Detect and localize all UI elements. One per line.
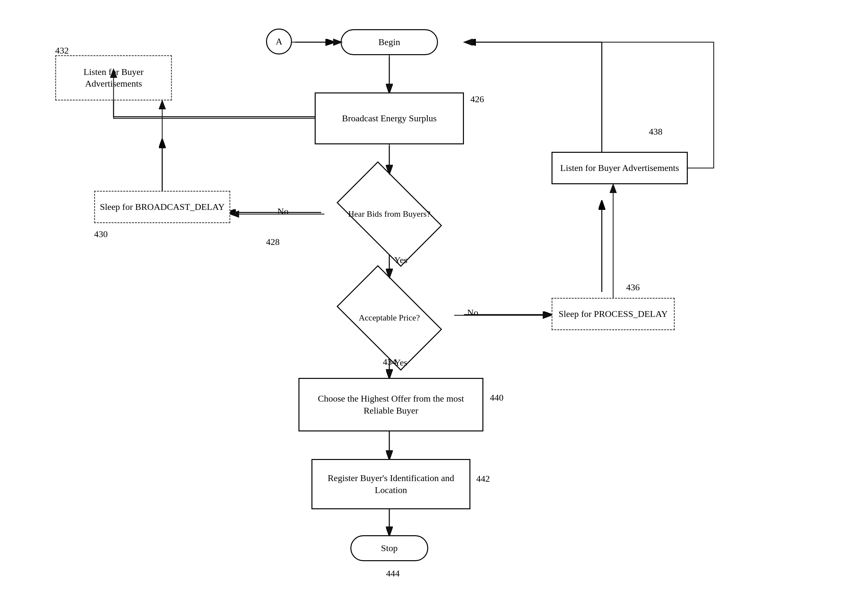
- node-begin: Begin: [341, 29, 438, 55]
- label-440: 440: [490, 393, 503, 403]
- label-no-right: No: [467, 308, 478, 318]
- node-choose: Choose the Highest Offer from the most R…: [298, 378, 483, 431]
- node-listen-left: Listen for Buyer Advertisements: [55, 55, 172, 101]
- node-sleep-process: Sleep for PROCESS_DELAY: [551, 298, 675, 330]
- label-428: 428: [266, 237, 280, 247]
- node-register: Register Buyer's Identification and Loca…: [311, 459, 471, 509]
- label-yes-bids: Yes: [394, 255, 408, 265]
- node-broadcast: Broadcast Energy Surplus: [315, 92, 464, 144]
- node-acceptable: Acceptable Price?: [325, 277, 454, 359]
- label-430: 430: [94, 229, 108, 240]
- label-432: 432: [55, 45, 69, 56]
- label-438: 438: [649, 126, 663, 137]
- node-stop: Stop: [350, 535, 428, 561]
- label-444: 444: [386, 568, 400, 579]
- label-436: 436: [626, 282, 640, 293]
- node-hear-bids: Hear Bids from Buyers?: [325, 174, 454, 254]
- label-426: 426: [471, 94, 484, 104]
- label-yes-price: Yes: [394, 357, 408, 368]
- node-A: A: [266, 28, 292, 55]
- node-sleep-broadcast: Sleep for BROADCAST_DELAY: [94, 191, 230, 223]
- label-442: 442: [476, 473, 490, 484]
- node-listen-right: Listen for Buyer Advertisements: [551, 152, 688, 184]
- flowchart-diagram: A Begin Broadcast Energy Surplus 426 Hea…: [0, 0, 849, 616]
- label-no-left: No: [277, 206, 288, 217]
